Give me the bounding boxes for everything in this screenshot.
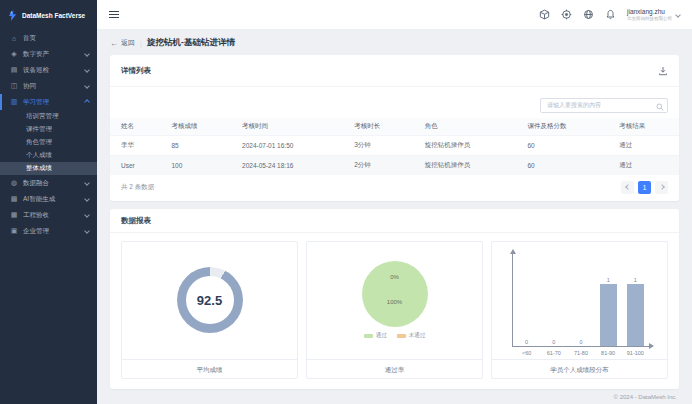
- sidebar-subitem-label: 个人成绩: [26, 151, 52, 160]
- legend-swatch: [397, 334, 406, 338]
- table-cell: 旋挖钻机操作员: [414, 135, 517, 155]
- sidebar-item-label: 学习管理: [23, 98, 49, 107]
- pie-legend: 通过未通过: [364, 332, 426, 339]
- user-name: jianxiang.zhu: [627, 8, 665, 16]
- chevron-down-icon: [84, 196, 90, 202]
- sidebar-item-1[interactable]: ◈数字资产: [0, 46, 97, 62]
- x-tick-label: 61-70: [547, 350, 561, 356]
- sidebar-item-10[interactable]: ◍数据融合: [0, 175, 97, 191]
- next-page-button[interactable]: [655, 181, 668, 194]
- pie-label-fail: 0%: [362, 274, 428, 280]
- sidebar-item-6[interactable]: 课件管理: [0, 123, 97, 136]
- total-count-text: 共 2 条数据: [121, 183, 154, 192]
- cube-icon[interactable]: [539, 9, 550, 20]
- back-button[interactable]: ← 返回: [110, 38, 135, 48]
- sidebar-item-12[interactable]: ▦工程验收: [0, 207, 97, 223]
- breadcrumb-separator: |: [140, 39, 142, 48]
- inspection-icon: ▤: [10, 66, 18, 74]
- sidebar-item-8[interactable]: 个人成绩: [0, 149, 97, 162]
- data-fusion-icon: ◍: [10, 179, 18, 187]
- table-cell: 60: [516, 155, 608, 175]
- search-box: [540, 93, 668, 113]
- sidebar-item-label: 数据融合: [23, 179, 49, 188]
- table-row[interactable]: User1002024-05-24 18:162分钟旋挖钻机操作员60通过: [110, 155, 679, 175]
- pie-label-pass: 100%: [362, 299, 428, 305]
- y-axis-arrow-icon: [510, 249, 516, 254]
- search-input[interactable]: [540, 98, 668, 113]
- chevron-down-icon: [84, 83, 90, 89]
- download-icon[interactable]: [658, 62, 668, 80]
- prev-page-button[interactable]: [621, 181, 634, 194]
- bar-value-label: 1: [634, 277, 637, 283]
- gauge-chart-label: 平均成绩: [122, 359, 297, 378]
- back-arrow-icon: ←: [110, 39, 118, 48]
- x-tick-label: 91-100: [627, 350, 644, 356]
- sidebar-item-4[interactable]: ▥学习管理: [0, 94, 97, 110]
- ai-icon: ▩: [10, 195, 18, 203]
- sidebar-subitem-label: 角色管理: [26, 138, 52, 147]
- gauge-chart: 92.5: [122, 242, 297, 359]
- score-distribution-panel: 0<60061-70071-80181-90191-100 学员个人成绩段分布: [491, 241, 668, 379]
- sidebar-subitem-label: 培训营管理: [26, 112, 59, 121]
- sidebar-item-label: 企业管理: [23, 227, 49, 236]
- enterprise-icon: ▣: [10, 227, 18, 235]
- bar-chart-label: 学员个人成绩段分布: [492, 359, 667, 378]
- column-header: 角色: [414, 118, 517, 136]
- column-header: 考核结果: [608, 118, 679, 136]
- column-header: 考核时间: [231, 118, 343, 136]
- pass-rate-panel: 0% 100% 通过未通过 通过率: [306, 241, 483, 379]
- sidebar-item-3[interactable]: ◫协同: [0, 78, 97, 94]
- chevron-down-icon: [675, 12, 681, 18]
- table-cell: 旋挖钻机操作员: [414, 155, 517, 175]
- chevron-up-icon: [84, 99, 90, 105]
- report-card-header: 数据报表: [110, 209, 679, 233]
- column-header: 考核时长: [343, 118, 414, 136]
- sidebar-item-7[interactable]: 角色管理: [0, 136, 97, 149]
- back-label: 返回: [121, 38, 135, 48]
- sidebar-item-11[interactable]: ▩AI智能生成: [0, 191, 97, 207]
- table-cell: 2分钟: [343, 155, 414, 175]
- legend-item[interactable]: 未通过: [397, 332, 426, 339]
- sidebar-item-13[interactable]: ▣企业管理: [0, 223, 97, 239]
- collaboration-icon: ◫: [10, 82, 18, 90]
- page-1-button[interactable]: 1: [638, 181, 651, 194]
- pagination: 1: [621, 181, 668, 194]
- breadcrumb: ← 返回 | 旋挖钻机-基础钻进详情: [110, 37, 679, 49]
- table-cell: 2024-05-24 18:16: [231, 155, 343, 175]
- legend-item[interactable]: 通过: [364, 332, 387, 339]
- legend-label: 未通过: [409, 332, 426, 339]
- sidebar-item-0[interactable]: ⌂首页: [0, 30, 97, 46]
- table-cell: 3分钟: [343, 135, 414, 155]
- table-row[interactable]: 李华852024-07-01 16:503分钟旋挖钻机操作员60通过: [110, 135, 679, 155]
- copyright-text: © 2024 - DataMesh Inc.: [110, 389, 679, 404]
- menu-toggle-icon[interactable]: [109, 11, 119, 18]
- sidebar-nav: ⌂首页◈数字资产▤设备巡检◫协同▥学习管理培训营管理课件管理角色管理个人成绩整体…: [0, 30, 97, 404]
- table-cell: 通过: [608, 135, 679, 155]
- bar-slot: 191-100: [624, 277, 646, 346]
- globe-icon[interactable]: [583, 9, 594, 20]
- chevron-down-icon: [84, 212, 90, 218]
- chevron-down-icon: [84, 51, 90, 57]
- charts-row: 92.5 平均成绩 0% 100%: [110, 233, 679, 379]
- bell-icon[interactable]: [605, 9, 616, 20]
- topbar: jianxiang.zhu 北京商询科技有限公司: [97, 0, 692, 30]
- column-header: 课件及格分数: [516, 118, 608, 136]
- gauge-value: 92.5: [197, 293, 222, 308]
- table-cell: 李华: [110, 135, 160, 155]
- detail-card-header: 详情列表: [110, 55, 679, 87]
- bar-value-label: 0: [579, 339, 582, 345]
- x-tick-label: <60: [522, 350, 531, 356]
- column-header: 姓名: [110, 118, 160, 136]
- x-axis-arrow-icon: [649, 343, 654, 349]
- user-menu[interactable]: jianxiang.zhu 北京商询科技有限公司: [627, 8, 680, 22]
- report-card: 数据报表 92.5 平均成绩: [110, 209, 679, 389]
- search-icon[interactable]: [656, 97, 664, 105]
- legend-swatch: [364, 334, 373, 338]
- sidebar-item-9[interactable]: 整体成绩: [0, 162, 97, 175]
- target-icon[interactable]: [561, 9, 572, 20]
- sidebar-item-5[interactable]: 培训营管理: [0, 110, 97, 123]
- datamesh-logo-icon: [7, 10, 18, 21]
- sidebar-item-2[interactable]: ▤设备巡检: [0, 62, 97, 78]
- content: ← 返回 | 旋挖钻机-基础钻进详情 详情列表: [97, 30, 692, 404]
- table-cell: 通过: [608, 155, 679, 175]
